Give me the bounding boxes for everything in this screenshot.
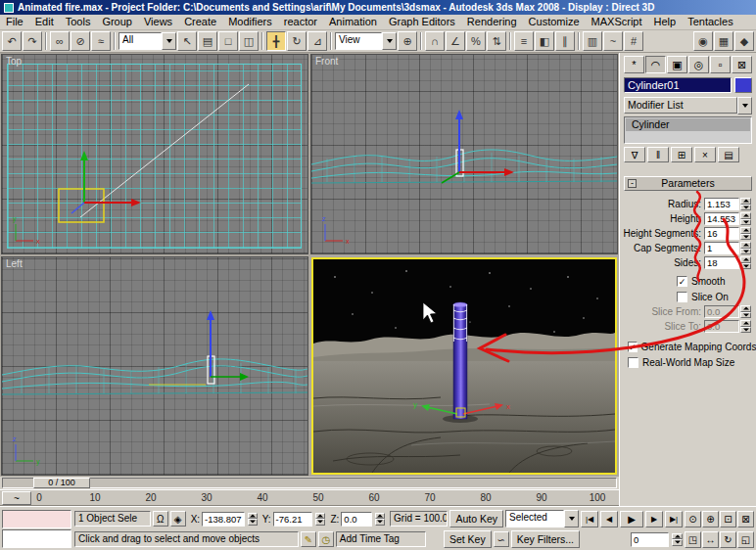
remove-modifier-button[interactable]: ×: [694, 147, 716, 162]
listener-macro-row[interactable]: [2, 510, 71, 528]
go-to-start-button[interactable]: |◀: [581, 511, 598, 527]
perspective-render-canvas[interactable]: x y: [313, 259, 615, 473]
pan-button[interactable]: ↔: [702, 531, 719, 548]
select-and-link-button[interactable]: ∞: [50, 31, 70, 51]
menu-item-tools[interactable]: Tools: [60, 15, 97, 29]
object-color-swatch[interactable]: [734, 77, 752, 93]
time-slider-track[interactable]: [2, 478, 617, 488]
zoom-all-button[interactable]: ⊕: [702, 511, 719, 527]
y-coord-spinner[interactable]: [315, 513, 325, 526]
menu-item-rendering[interactable]: Rendering: [461, 15, 523, 29]
zoom-extents-all-button[interactable]: ⊠: [737, 511, 754, 527]
cylinder-object[interactable]: [453, 304, 467, 419]
cap-segments-field[interactable]: 1: [704, 242, 739, 254]
height-spinner[interactable]: [740, 212, 751, 225]
tab-create[interactable]: *: [624, 56, 644, 73]
menu-item-modifiers[interactable]: Modifiers: [222, 15, 278, 29]
menu-item-tentacles[interactable]: Tentacles: [682, 15, 738, 29]
tab-utilities[interactable]: ⊠: [732, 56, 752, 73]
snap-toggle-button[interactable]: ∩: [425, 31, 445, 51]
left-viewport-canvas[interactable]: y z: [2, 257, 307, 475]
generate-mapping-checkbox[interactable]: ✓: [628, 342, 638, 352]
z-coord-field[interactable]: 0.0: [341, 512, 372, 527]
x-coord-spinner[interactable]: [248, 513, 258, 526]
top-viewport-canvas[interactable]: x y: [2, 55, 307, 253]
key-filters-icon-button[interactable]: ∽: [494, 531, 509, 547]
select-and-scale-button[interactable]: ⊿: [307, 31, 327, 51]
layer-manager-button[interactable]: ▥: [583, 31, 602, 51]
schematic-view-button[interactable]: #: [624, 31, 643, 51]
select-and-move-button[interactable]: ╋: [266, 31, 286, 51]
cap-segments-spinner[interactable]: [740, 242, 751, 254]
redo-button[interactable]: ↷: [23, 31, 42, 51]
maxscript-mini-listener[interactable]: [2, 510, 71, 548]
collapse-icon[interactable]: -: [628, 179, 637, 188]
open-mini-curve-editor-button[interactable]: ~: [2, 491, 31, 505]
radius-field[interactable]: 1.153: [704, 198, 739, 210]
time-slider-handle[interactable]: 0 / 100: [33, 478, 90, 488]
parameters-rollout-header[interactable]: - Parameters: [624, 176, 752, 191]
real-world-checkbox[interactable]: [628, 357, 638, 368]
height-field[interactable]: 14.553: [704, 212, 739, 225]
viewport-top-label[interactable]: Top: [6, 56, 22, 67]
radius-spinner[interactable]: [740, 198, 751, 210]
viewport-front-label[interactable]: Front: [315, 56, 338, 67]
named-selection-sets-button[interactable]: ≡: [514, 31, 534, 51]
z-coord-spinner[interactable]: [375, 513, 385, 526]
zoom-extents-button[interactable]: ⊡: [720, 511, 736, 527]
key-filters-button[interactable]: Key Filters...: [511, 530, 580, 548]
spinner-snap-button[interactable]: ⇅: [487, 31, 506, 51]
tab-motion[interactable]: ◎: [688, 56, 709, 73]
select-by-name-button[interactable]: ▤: [198, 31, 217, 51]
configure-modifier-sets-button[interactable]: ▤: [718, 147, 739, 162]
rectangular-selection-region-button[interactable]: □: [218, 31, 238, 51]
auto-key-button[interactable]: Auto Key: [449, 510, 503, 527]
set-key-button[interactable]: Set Key: [444, 530, 492, 548]
chevron-down-icon[interactable]: [382, 32, 397, 50]
add-time-tag[interactable]: Add Time Tag: [336, 531, 426, 547]
select-and-rotate-button[interactable]: ↻: [287, 31, 307, 51]
viewport-perspective-active[interactable]: x y: [311, 257, 617, 475]
selection-lock-button[interactable]: Ω: [153, 511, 168, 527]
next-frame-button[interactable]: ▶: [645, 511, 663, 527]
chevron-down-icon[interactable]: [564, 510, 579, 527]
menu-item-file[interactable]: File: [0, 15, 29, 29]
time-tag-clock-button[interactable]: ◷: [318, 531, 334, 547]
menu-item-views[interactable]: Views: [138, 15, 178, 29]
min-max-toggle-button[interactable]: ◱: [737, 531, 754, 548]
chevron-down-icon[interactable]: [162, 32, 176, 50]
angle-snap-button[interactable]: ∠: [446, 31, 465, 51]
menu-item-create[interactable]: Create: [178, 15, 222, 29]
menu-item-customize[interactable]: Customize: [523, 15, 586, 29]
curve-editor-button[interactable]: ~: [603, 31, 623, 51]
menu-item-reactor[interactable]: reactor: [278, 15, 323, 29]
current-time-spinner[interactable]: [672, 533, 683, 546]
menu-item-animation[interactable]: Animation: [323, 15, 383, 29]
viewport-front[interactable]: Front x z: [311, 55, 617, 253]
viewport-left[interactable]: Left y z: [2, 257, 307, 475]
go-to-end-button[interactable]: ▶|: [665, 511, 683, 527]
previous-frame-button[interactable]: ◀: [600, 511, 618, 527]
object-name-field[interactable]: Cylinder01: [624, 77, 732, 93]
tab-hierarchy[interactable]: ▣: [667, 56, 687, 73]
height-segments-spinner[interactable]: [740, 227, 751, 240]
slice-on-checkbox[interactable]: [677, 292, 687, 302]
quick-render-button[interactable]: ◆: [734, 31, 754, 51]
percent-snap-button[interactable]: %: [466, 31, 486, 51]
pin-stack-button[interactable]: ∇: [624, 147, 645, 162]
window-crossing-button[interactable]: ◫: [239, 31, 259, 51]
key-mode-dropdown[interactable]: Selected: [505, 510, 579, 527]
select-object-button[interactable]: ↖: [177, 31, 197, 51]
sides-spinner[interactable]: [740, 256, 751, 269]
material-editor-button[interactable]: ◉: [693, 31, 713, 51]
menu-item-graph-editors[interactable]: Graph Editors: [383, 15, 461, 29]
viewport-top[interactable]: Top x y: [2, 55, 307, 253]
play-button[interactable]: ▶: [620, 511, 643, 527]
make-unique-button[interactable]: ⊞: [671, 147, 692, 162]
unlink-selection-button[interactable]: ⊘: [71, 31, 90, 51]
track-bar[interactable]: ~ 0 10 20 30 40 50 60 70 80 90 100: [0, 489, 619, 506]
show-end-result-button[interactable]: ‖: [647, 147, 669, 162]
viewport-left-label[interactable]: Left: [6, 258, 23, 269]
front-viewport-canvas[interactable]: x z: [311, 55, 617, 253]
bind-to-space-warp-button[interactable]: ≈: [91, 31, 111, 51]
